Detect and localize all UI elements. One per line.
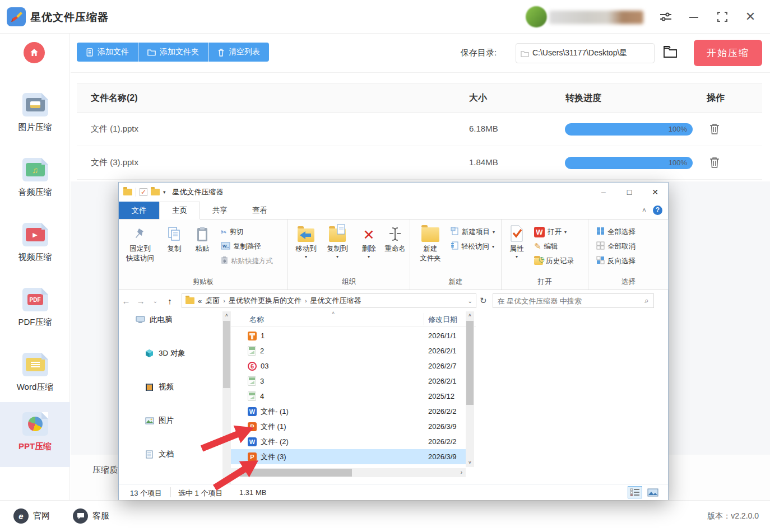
- cut-button[interactable]: ✂ 剪切: [221, 225, 243, 239]
- address-dropdown-icon[interactable]: ⌄: [468, 298, 472, 304]
- clear-list-button[interactable]: 清空列表: [208, 43, 269, 62]
- copy-to-button[interactable]: 复制到 ▾: [323, 223, 352, 260]
- ribbon-group-new: 新建 文件夹 新建项目 ▾ 轻松访问 ▾ 新建: [410, 220, 502, 290]
- file-row[interactable]: 4 2025/12: [231, 389, 466, 404]
- browse-folder-button[interactable]: [662, 45, 679, 62]
- select-all-button[interactable]: 全部选择: [596, 225, 636, 239]
- column-divider[interactable]: [424, 313, 424, 325]
- delete-row-button[interactable]: [709, 123, 721, 136]
- history-button[interactable]: ◷ 历史记录: [534, 254, 574, 268]
- tree-scrollbar[interactable]: ˄ ˅: [222, 311, 231, 484]
- collapse-ribbon-icon[interactable]: ˄: [642, 207, 646, 214]
- copy-path-button[interactable]: W.. 复制路径: [221, 240, 261, 253]
- edit-button[interactable]: ✎ 编辑: [534, 240, 558, 253]
- breadcrumb-current-folder[interactable]: 星优文件压缩器: [310, 296, 361, 306]
- file-date: 2026/1/1: [428, 332, 457, 340]
- scroll-up-icon[interactable]: ˄: [466, 311, 474, 320]
- paste-button[interactable]: 粘贴: [189, 223, 215, 254]
- copy-button[interactable]: 复制: [161, 223, 187, 254]
- easy-access-button[interactable]: 轻松访问 ▾: [451, 240, 494, 253]
- scroll-up-icon[interactable]: ˄: [222, 311, 231, 320]
- scroll-right-icon[interactable]: ›: [457, 468, 466, 477]
- tree-item-pictures[interactable]: 图片: [119, 412, 222, 429]
- tree-item-downloads[interactable]: ⬇ 下载: [119, 479, 222, 484]
- user-avatar[interactable]: [526, 6, 547, 27]
- scroll-down-icon[interactable]: ˅: [466, 459, 474, 467]
- support-link[interactable]: 客服: [73, 508, 109, 524]
- rename-button[interactable]: 重命名: [381, 223, 409, 254]
- add-file-button[interactable]: 添加文件: [77, 43, 138, 62]
- explorer-close-button[interactable]: ✕: [642, 183, 668, 202]
- scrollbar-thumb[interactable]: [223, 321, 230, 388]
- select-none-button[interactable]: 全部取消: [596, 240, 636, 253]
- tab-view[interactable]: 查看: [240, 202, 280, 219]
- delete-row-button[interactable]: [709, 156, 721, 170]
- settings-sliders-icon[interactable]: [659, 10, 674, 25]
- save-dir-input[interactable]: [532, 49, 650, 58]
- breadcrumb-parent-folder[interactable]: 星优软件更换后的文件: [229, 296, 301, 306]
- file-row[interactable]: W 文件- (1) 2026/2/2: [231, 404, 466, 419]
- file-row[interactable]: P 文件 (1) 2026/3/9: [231, 419, 466, 434]
- properties-button[interactable]: 属性 ▾: [504, 223, 530, 260]
- sidebar-item-word[interactable]: Word压缩: [0, 343, 70, 401]
- folder-icon[interactable]: [151, 189, 160, 195]
- help-icon[interactable]: ?: [653, 206, 662, 215]
- file-row-selected[interactable]: P 文件 (3) 2026/3/9: [231, 449, 466, 464]
- add-folder-button[interactable]: 添加文件夹: [138, 43, 208, 62]
- explorer-maximize-button[interactable]: □: [616, 183, 642, 202]
- search-box[interactable]: ⌕: [493, 293, 654, 308]
- tab-share[interactable]: 共享: [200, 202, 240, 219]
- file-list-vscrollbar[interactable]: ˄ ˅: [466, 311, 474, 467]
- breadcrumb-desktop[interactable]: 桌面: [205, 296, 220, 306]
- tree-item-this-pc[interactable]: 此电脑: [119, 311, 222, 328]
- search-input[interactable]: [498, 297, 645, 305]
- new-item-button[interactable]: 新建项目 ▾: [451, 225, 495, 239]
- file-row[interactable]: 2 2026/2/1: [231, 343, 466, 358]
- open-button[interactable]: W 打开 ▾: [534, 225, 567, 239]
- invert-selection-button[interactable]: 反向选择: [596, 254, 636, 268]
- column-name[interactable]: 名称: [249, 315, 264, 325]
- recent-locations-icon[interactable]: ⌄: [148, 298, 163, 304]
- app-window: 星优文件压缩器 ✕ 图片压缩 ♫ 音频压缩 ▶ 视频压缩 P: [0, 0, 770, 532]
- new-folder-button[interactable]: 新建 文件夹: [415, 223, 446, 263]
- address-box[interactable]: « 桌面 › 星优软件更换后的文件 › 星优文件压缩器 ⌄: [182, 293, 476, 308]
- file-row[interactable]: 1 2026/1/1: [231, 328, 466, 343]
- up-button[interactable]: ↑: [163, 296, 177, 306]
- close-button[interactable]: ✕: [743, 10, 758, 25]
- tab-home[interactable]: 主页: [159, 202, 200, 220]
- menu-file[interactable]: 文件: [119, 202, 159, 219]
- pin-quick-access-button[interactable]: 固定到 快速访问: [122, 223, 158, 263]
- sidebar-item-pdf[interactable]: PDF PDF压缩: [0, 278, 70, 336]
- file-row[interactable]: W 文件- (2) 2026/2/2: [231, 434, 466, 449]
- official-site-link[interactable]: e 官网: [13, 508, 50, 524]
- details-view-button[interactable]: [628, 486, 642, 498]
- sidebar-item-video[interactable]: ▶ 视频压缩: [0, 213, 70, 271]
- qat-dropdown-icon[interactable]: ▾: [163, 189, 166, 195]
- save-dir-input-box[interactable]: [516, 43, 655, 63]
- file-list-hscrollbar[interactable]: ‹ ›: [231, 468, 466, 477]
- checkbox-icon[interactable]: ✓: [140, 188, 147, 196]
- explorer-minimize-button[interactable]: –: [591, 183, 616, 202]
- back-button[interactable]: ←: [119, 296, 133, 306]
- file-row[interactable]: 6 03 2026/2/7: [231, 358, 466, 374]
- move-to-button[interactable]: 移动到 ▾: [291, 223, 321, 260]
- paste-shortcut-button[interactable]: 粘贴快捷方式: [221, 254, 273, 268]
- minimize-button[interactable]: [687, 10, 702, 25]
- video-compress-icon: ▶: [22, 223, 48, 246]
- start-compress-button[interactable]: 开始压缩: [694, 40, 762, 66]
- maximize-button[interactable]: [716, 10, 730, 25]
- scrollbar-thumb[interactable]: [466, 321, 474, 405]
- column-date-modified[interactable]: 修改日期: [428, 315, 457, 325]
- refresh-icon[interactable]: ↻: [480, 296, 487, 306]
- delete-button[interactable]: ✕ 删除 ▾: [356, 223, 381, 260]
- sidebar-item-audio[interactable]: ♫ 音频压缩: [0, 148, 70, 206]
- tree-item-videos[interactable]: 视频: [119, 379, 222, 395]
- forward-button[interactable]: →: [133, 296, 148, 306]
- sidebar-item-image[interactable]: 图片压缩: [0, 83, 70, 141]
- tree-item-3d-objects[interactable]: 3D 对象: [119, 345, 222, 362]
- crumb-lead-icon[interactable]: «: [198, 297, 202, 305]
- thumbnail-view-button[interactable]: [646, 486, 660, 498]
- home-button[interactable]: [24, 42, 45, 63]
- file-row[interactable]: 3 2026/2/1: [231, 374, 466, 389]
- sidebar-item-ppt[interactable]: PPT压缩: [0, 402, 70, 467]
